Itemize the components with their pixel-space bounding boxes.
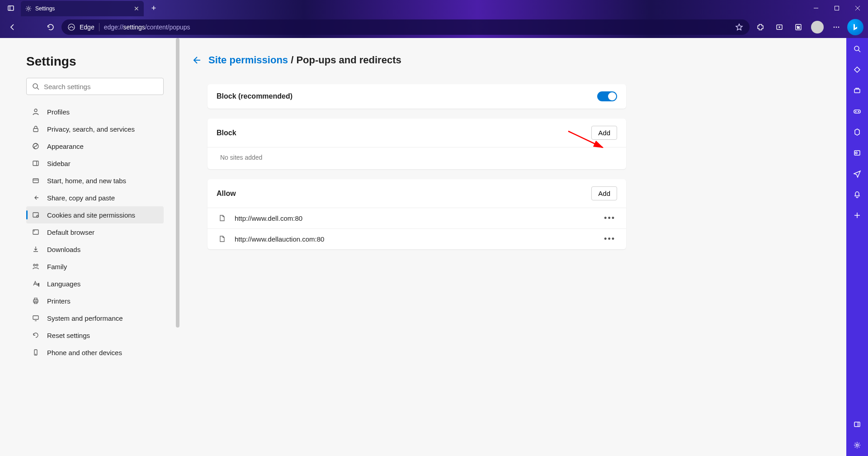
back-button[interactable]: [5, 19, 21, 35]
site-more-button[interactable]: •••: [604, 234, 615, 244]
nav-family[interactable]: Family: [26, 258, 164, 275]
reset-icon: [32, 331, 40, 339]
document-icon: [218, 214, 226, 223]
allow-list-card: Allow Add http://www.dell.com:80 ••• htt…: [208, 179, 626, 249]
nav-phone[interactable]: Phone and other devices: [26, 344, 164, 361]
system-icon: [32, 314, 40, 322]
settings-search[interactable]: [26, 78, 164, 95]
block-recommended-toggle[interactable]: [597, 91, 617, 101]
svg-point-2: [28, 8, 29, 10]
sidebar-outlook-icon[interactable]: [853, 148, 862, 157]
svg-point-30: [36, 264, 38, 266]
site-more-button[interactable]: •••: [604, 214, 615, 223]
browser-icon: [32, 228, 40, 236]
svg-point-18: [34, 109, 37, 112]
nav-languages[interactable]: 字Languages: [26, 275, 164, 292]
nav-sidebar[interactable]: Sidebar: [26, 155, 164, 172]
permissions-icon: [32, 211, 40, 219]
back-arrow-button[interactable]: [191, 55, 201, 65]
nav-printers[interactable]: Printers: [26, 292, 164, 309]
close-tab-button[interactable]: ✕: [134, 5, 139, 12]
svg-point-16: [33, 84, 38, 88]
allow-site-row: http://www.dellauction.com:80 •••: [208, 228, 626, 249]
svg-line-17: [37, 88, 39, 90]
sidebar-send-icon[interactable]: [853, 169, 862, 178]
sidebar-search-icon[interactable]: [853, 44, 862, 53]
nav-appearance[interactable]: Appearance: [26, 138, 164, 155]
sidebar-plus-icon[interactable]: [853, 211, 862, 220]
sidebar-office-icon[interactable]: [853, 128, 862, 137]
sidebar-tools-icon[interactable]: [853, 86, 862, 95]
svg-point-7: [68, 24, 75, 30]
more-button[interactable]: [828, 19, 844, 35]
svg-text:fx: fx: [797, 25, 800, 29]
block-section-label: Block: [217, 129, 236, 137]
nav-share[interactable]: Share, copy and paste: [26, 189, 164, 206]
allow-site-url: http://www.dellauction.com:80: [235, 235, 324, 243]
nav-profiles[interactable]: Profiles: [26, 103, 164, 120]
block-add-button[interactable]: Add: [591, 126, 617, 140]
settings-search-input[interactable]: [44, 83, 158, 90]
svg-rect-19: [33, 128, 38, 132]
breadcrumb-current: Pop-ups and redirects: [296, 54, 401, 66]
svg-point-15: [838, 27, 840, 28]
svg-rect-42: [854, 110, 860, 113]
sidebar-scrollbar[interactable]: [176, 38, 179, 328]
extensions-button[interactable]: [752, 19, 769, 35]
allow-site-row: http://www.dell.com:80 •••: [208, 208, 626, 228]
svg-rect-35: [33, 316, 38, 319]
svg-point-29: [33, 264, 35, 266]
bing-button[interactable]: [847, 19, 863, 35]
maximize-button[interactable]: [826, 0, 847, 16]
refresh-button[interactable]: [42, 19, 59, 35]
breadcrumb: Site permissions / Pop-ups and redirects: [191, 54, 828, 66]
sidebar-bell-icon[interactable]: [853, 190, 862, 199]
sidebar-shopping-icon[interactable]: [853, 65, 862, 74]
search-icon: [32, 83, 39, 90]
language-icon: 字: [32, 280, 40, 288]
nav-privacy[interactable]: Privacy, search, and services: [26, 120, 164, 138]
svg-text:字: 字: [38, 283, 39, 286]
tabs-icon: [32, 176, 40, 185]
document-icon: [218, 235, 226, 243]
profile-button[interactable]: [809, 19, 826, 35]
url-text: edge://settings/content/popups: [104, 24, 190, 31]
svg-point-14: [836, 27, 837, 28]
nav-cookies[interactable]: Cookies and site permissions: [26, 206, 164, 223]
settings-nav: Profiles Privacy, search, and services A…: [26, 103, 165, 361]
svg-rect-27: [33, 230, 38, 234]
nav-downloads[interactable]: Downloads: [26, 241, 164, 258]
favorite-button[interactable]: [735, 23, 743, 31]
minimize-button[interactable]: [806, 0, 826, 16]
nav-system[interactable]: System and performance: [26, 309, 164, 327]
settings-sidebar: Settings Profiles Privacy, search, and s…: [0, 38, 178, 456]
lock-icon: [32, 125, 40, 133]
sidebar-settings-icon[interactable]: [853, 441, 862, 450]
svg-rect-34: [34, 302, 37, 304]
sidebar-games-icon[interactable]: [853, 107, 862, 116]
svg-rect-25: [33, 213, 38, 217]
svg-rect-0: [8, 6, 14, 10]
svg-rect-49: [854, 422, 860, 427]
svg-rect-33: [34, 298, 37, 300]
address-bar[interactable]: Edge edge://settings/content/popups: [61, 19, 750, 35]
nav-default-browser[interactable]: Default browser: [26, 223, 164, 241]
sidebar-icon: [32, 159, 40, 167]
profile-icon: [32, 108, 40, 116]
collections-button[interactable]: [771, 19, 788, 35]
new-tab-button[interactable]: +: [146, 1, 161, 15]
math-solver-button[interactable]: fx: [790, 19, 807, 35]
breadcrumb-link[interactable]: Site permissions: [208, 54, 288, 66]
svg-point-39: [854, 46, 859, 51]
svg-rect-4: [835, 6, 839, 10]
tab-title: Settings: [35, 5, 55, 12]
block-recommended-card: Block (recommended): [208, 84, 626, 109]
tab-actions-button[interactable]: [4, 1, 18, 15]
browser-tab[interactable]: Settings ✕: [21, 1, 144, 16]
svg-point-26: [37, 215, 38, 217]
nav-start[interactable]: Start, home, and new tabs: [26, 172, 164, 189]
nav-reset[interactable]: Reset settings: [26, 327, 164, 344]
sidebar-collapse-icon[interactable]: [853, 420, 862, 429]
close-window-button[interactable]: [847, 0, 868, 16]
allow-add-button[interactable]: Add: [591, 186, 617, 200]
